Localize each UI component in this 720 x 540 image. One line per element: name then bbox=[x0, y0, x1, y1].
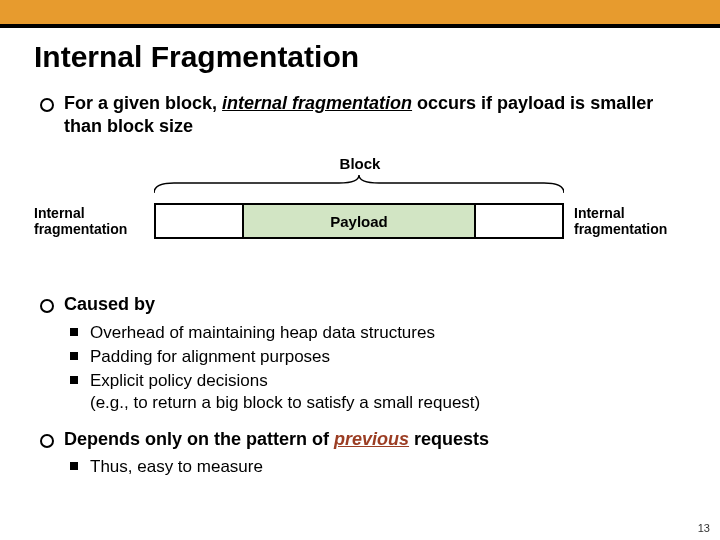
bullet-3-em: previous bbox=[334, 429, 409, 449]
diagram-row: Internal fragmentation Payload Internal … bbox=[34, 203, 686, 239]
bullet-2-sub-2: Padding for alignment purposes bbox=[64, 346, 686, 368]
right-fragmentation-label: Internal fragmentation bbox=[564, 205, 684, 237]
left-empty-segment bbox=[154, 203, 244, 239]
bullet-2: Caused by Overhead of maintaining heap d… bbox=[34, 293, 686, 414]
right-empty-segment bbox=[474, 203, 564, 239]
brace-top-icon bbox=[154, 175, 564, 193]
bullet-list: For a given block, internal fragmentatio… bbox=[34, 92, 686, 137]
bullet-3-sub-1: Thus, easy to measure bbox=[64, 456, 686, 478]
bullet-3: Depends only on the pattern of previous … bbox=[34, 428, 686, 479]
bullet-3-sublist: Thus, easy to measure bbox=[64, 456, 686, 478]
bullet-2-sublist: Overhead of maintaining heap data struct… bbox=[64, 322, 686, 414]
bullet-2-sub-1: Overhead of maintaining heap data struct… bbox=[64, 322, 686, 344]
bullet-1: For a given block, internal fragmentatio… bbox=[34, 92, 686, 137]
page-number: 13 bbox=[698, 522, 710, 534]
fragmentation-diagram: Block Internal fragmentation Payload Int… bbox=[34, 155, 686, 265]
bullet-list-2: Caused by Overhead of maintaining heap d… bbox=[34, 293, 686, 478]
slide-title: Internal Fragmentation bbox=[34, 40, 686, 74]
bullet-2-sub-3a: Explicit policy decisions bbox=[90, 371, 268, 390]
slide: Internal Fragmentation For a given block… bbox=[0, 0, 720, 540]
left-fragmentation-label: Internal fragmentation bbox=[34, 205, 154, 237]
payload-segment: Payload bbox=[244, 203, 474, 239]
bullet-3-post: requests bbox=[409, 429, 489, 449]
bullet-2-sub-3: Explicit policy decisions (e.g., to retu… bbox=[64, 370, 686, 414]
bullet-3-pre: Depends only on the pattern of bbox=[64, 429, 334, 449]
bullet-1-pre: For a given block, bbox=[64, 93, 222, 113]
payload-label: Payload bbox=[330, 213, 388, 230]
bullet-2-sub-3b: (e.g., to return a big block to satisfy … bbox=[90, 393, 480, 412]
bullet-1-em: internal fragmentation bbox=[222, 93, 412, 113]
bullet-2-text: Caused by bbox=[64, 294, 155, 314]
block-label: Block bbox=[34, 155, 686, 172]
top-accent-bar bbox=[0, 0, 720, 24]
slide-content: Internal Fragmentation For a given block… bbox=[0, 28, 720, 478]
